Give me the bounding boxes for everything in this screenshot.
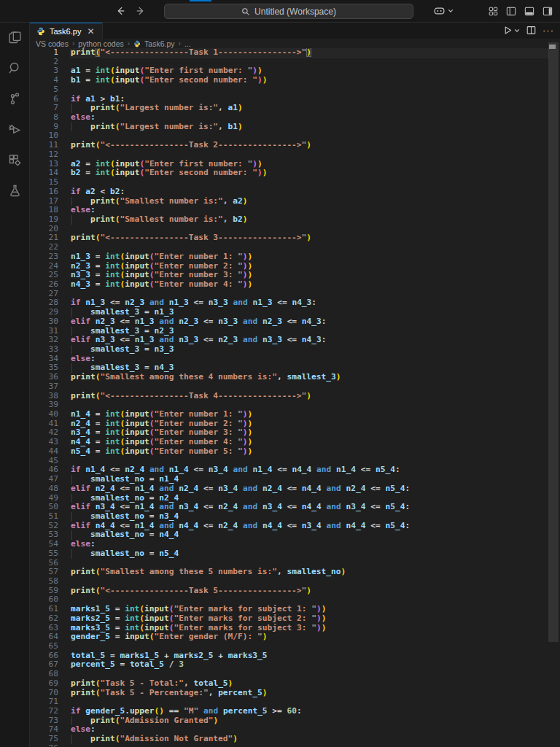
line-number[interactable]: 29 <box>29 308 58 317</box>
line-number[interactable]: 40 <box>29 410 58 419</box>
code-editor[interactable]: 1234567891011121314151617181920212223242… <box>29 48 560 747</box>
toggle-sidebar-left-icon[interactable] <box>506 7 516 16</box>
line-number[interactable]: 62 <box>29 614 58 624</box>
code-line[interactable]: b1 = int(input("Enter second number: ")) <box>71 76 548 85</box>
breadcrumb-file[interactable]: Task6.py <box>144 39 174 48</box>
line-number[interactable]: 11 <box>29 141 58 150</box>
source-control-icon[interactable] <box>0 83 29 114</box>
line-number[interactable]: 22 <box>29 243 58 252</box>
code-line[interactable]: print("<----------------Task 2----------… <box>71 141 548 150</box>
code-line[interactable]: print("Task 5 - Percentage:", percent_5) <box>71 689 548 698</box>
line-number[interactable]: 19 <box>29 215 58 225</box>
code-line[interactable]: gender_5 = input("Enter gender (M/F): ") <box>71 632 548 642</box>
line-number[interactable]: 65 <box>29 642 58 651</box>
activity-bar <box>0 22 30 747</box>
copilot-icon <box>433 6 446 16</box>
code-line[interactable] <box>71 85 548 95</box>
code-line[interactable]: smallest_no = n5_4 <box>71 549 548 559</box>
line-number[interactable]: 26 <box>29 280 58 290</box>
line-number[interactable]: 8 <box>29 113 58 123</box>
line-number[interactable]: 33 <box>29 345 58 355</box>
code-line[interactable]: print("Admission Not Granted") <box>71 735 548 744</box>
overview-ruler-cursor-mark <box>549 44 556 49</box>
code-line[interactable] <box>71 178 548 187</box>
code-line[interactable] <box>71 744 548 747</box>
line-number[interactable]: 5 <box>29 85 58 95</box>
run-python-file-button[interactable] <box>503 26 520 35</box>
indent-guide <box>71 123 72 132</box>
code-line[interactable]: print("Admission Granted") <box>71 716 548 726</box>
indent-guide <box>71 735 72 744</box>
split-editor-icon[interactable] <box>526 26 536 35</box>
breadcrumb-folder[interactable]: VS codes <box>36 39 69 48</box>
code-line[interactable]: print("Smallest number is:", b2) <box>71 215 548 225</box>
command-center-search[interactable]: Untitled (Workspace) <box>164 4 413 19</box>
line-number[interactable]: 54 <box>29 540 58 549</box>
back-arrow-icon[interactable] <box>115 6 125 16</box>
title-bar: Untitled (Workspace) <box>0 0 560 23</box>
line-number[interactable]: 15 <box>29 178 58 187</box>
line-number[interactable]: 61 <box>29 605 58 614</box>
breadcrumb-subfolder[interactable]: python codes <box>78 39 123 48</box>
forward-arrow-icon[interactable] <box>136 6 146 16</box>
code-line[interactable]: n5_4 = int(input("Enter number 5: ")) <box>71 447 548 457</box>
line-number[interactable]: 55 <box>29 549 58 559</box>
explorer-icon[interactable] <box>0 22 29 53</box>
tab-bar: Task6.py ✕ ··· <box>29 22 560 39</box>
tab-label: Task6.py <box>50 27 81 36</box>
line-number[interactable]: 75 <box>29 735 58 744</box>
line-number[interactable]: 47 <box>29 475 58 484</box>
line-number[interactable]: 30 <box>29 317 58 327</box>
line-number[interactable]: 51 <box>29 512 58 522</box>
more-actions-icon[interactable]: ··· <box>542 26 554 35</box>
code-line[interactable]: print("Smallest number is:", a2) <box>71 197 548 206</box>
code-line[interactable]: print("Smallest among these 5 numbers is… <box>71 568 548 577</box>
line-number[interactable]: 43 <box>29 438 58 447</box>
code-line[interactable]: print("Largest number is:", a1) <box>71 104 548 113</box>
tab-close-icon[interactable]: ✕ <box>85 26 96 36</box>
indent-guide <box>71 215 72 225</box>
code-line[interactable]: print("Largest number is:", b1) <box>71 123 548 132</box>
code-line[interactable]: print("<----------------Task 4----------… <box>71 392 548 401</box>
code-line[interactable]: print("<----------------Task 5----------… <box>71 587 548 596</box>
line-number[interactable]: 4 <box>29 76 58 85</box>
line-number[interactable]: 12 <box>29 150 58 160</box>
code-line[interactable]: smallest_3 = n3_3 <box>71 345 548 355</box>
vertical-scrollbar[interactable] <box>548 42 559 642</box>
toggle-panel-icon[interactable] <box>524 7 534 16</box>
testing-icon[interactable] <box>0 175 29 206</box>
search-sidebar-icon[interactable] <box>0 53 29 83</box>
line-number[interactable]: 48 <box>29 484 58 494</box>
code-area[interactable]: print("<----------------Task 1----------… <box>71 48 548 747</box>
toggle-sidebar-right-icon[interactable] <box>542 7 553 16</box>
line-number[interactable]: 16 <box>29 187 58 197</box>
tab-task6-py[interactable]: Task6.py ✕ <box>29 22 103 39</box>
code-line[interactable]: print("<----------------Task 3----------… <box>71 233 548 243</box>
line-number[interactable]: 68 <box>29 670 58 679</box>
line-number[interactable]: 69 <box>29 679 58 689</box>
line-number[interactable]: 23 <box>29 252 58 262</box>
code-line[interactable]: print("Smallest among these 4 numbers is… <box>71 373 548 382</box>
code-line[interactable]: n4_3 = int(input("Enter number 4: ")) <box>71 280 548 290</box>
python-icon-small <box>133 40 141 47</box>
customize-layout-icon[interactable] <box>489 7 498 16</box>
code-line[interactable]: smallest_no = n4_4 <box>71 530 548 540</box>
line-number[interactable]: 76 <box>29 744 58 747</box>
breadcrumb-symbol[interactable]: ... <box>184 39 191 48</box>
line-number[interactable]: 37 <box>29 382 58 392</box>
copilot-menu[interactable] <box>433 0 454 22</box>
breadcrumb: VS codes › python codes › Task6.py › ... <box>29 39 560 48</box>
command-center-text: Untitled (Workspace) <box>254 7 336 17</box>
code-line[interactable]: print("<----------------Task 1----------… <box>71 48 548 58</box>
run-and-debug-icon[interactable] <box>0 114 29 144</box>
line-number[interactable]: 58 <box>29 577 58 587</box>
line-number[interactable]: 36 <box>29 373 58 382</box>
line-number[interactable]: 1 <box>29 48 58 58</box>
gutter: 1234567891011121314151617181920212223242… <box>29 48 58 747</box>
line-number[interactable]: 44 <box>29 447 58 457</box>
vscode-window: Untitled (Workspace) <box>0 0 560 747</box>
line-number[interactable]: 72 <box>29 707 58 716</box>
code-line[interactable]: b2 = int(input("Enter second number: ")) <box>71 169 548 178</box>
code-line[interactable]: percent_5 = total_5 / 3 <box>71 660 548 670</box>
extensions-icon[interactable] <box>0 144 29 175</box>
